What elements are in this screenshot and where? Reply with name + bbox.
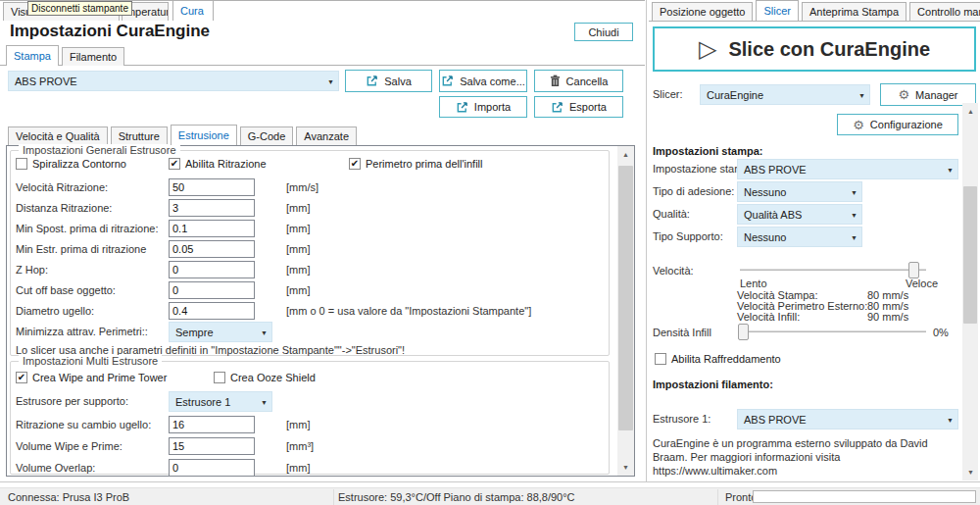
field-unit: [mm] [286,202,310,214]
infill-density-label: Densità Infill [653,327,711,338]
support-type-select[interactable]: Nessuno ▼ [737,227,862,247]
cut-off-object-base-input[interactable] [169,281,255,299]
spiralize-contour-checkbox[interactable]: Spiralizza Contorno [16,158,126,170]
scrollbar-thumb[interactable] [618,166,633,430]
field-unit: [mm] [286,462,310,474]
field-label: Volume Overlap: [16,462,95,474]
enable-retraction-checkbox[interactable]: ✔ Abilita Ritrazione [169,158,267,170]
field-label: Estrusore per supporto: [16,395,128,407]
status-divider [333,489,334,505]
checkbox-label: Spiralizza Contorno [32,158,126,170]
min-travel-before-retraction-input[interactable] [169,220,255,237]
retraction-speed-input[interactable] [169,178,255,196]
chevron-down-icon: ▼ [261,398,268,405]
chevron-down-icon: ▼ [851,188,858,195]
tab-anteprima-stampa[interactable]: Anteprima Stampa [802,2,906,21]
infill-density-slider[interactable] [740,330,926,332]
print-preset-select-right[interactable]: ABS PROVE ▼ [737,159,958,179]
connection-status: Connessa: Prusa I3 ProB [8,491,129,503]
export-button[interactable]: Esporta [534,96,623,118]
tab-filamento[interactable]: Filamento [62,47,124,66]
field-label: Volume Wipe e Prime: [16,440,122,452]
tab-cura[interactable]: Cura [172,0,214,21]
close-button[interactable]: Chiudi [574,23,633,41]
scrollbar-thumb[interactable] [963,186,977,324]
field-unit: [mm/s] [286,181,318,193]
field-label: Estrusore 1: [653,413,710,425]
speed-slider[interactable] [740,269,926,271]
nozzle-swap-retraction-input[interactable] [169,416,255,433]
extruder1-filament-select[interactable]: ABS PROVE ▼ [737,409,958,429]
field-label: Tipo di adesione: [653,185,734,197]
nozzle-diameter-input[interactable] [169,302,255,320]
tab-gcode[interactable]: G-Code [240,126,294,145]
configuration-button[interactable]: ⚙ Configurazione [837,114,958,135]
detail-value: 90 mm/s [867,311,908,323]
slicer-select[interactable]: CuraEngine ▼ [700,84,870,105]
print-preset-select[interactable]: ABS PROVE ▼ [8,71,339,91]
save-as-button[interactable]: Salva come... [439,70,527,92]
temperature-status: Estrusore: 59,3°C/Off Piano di stampa: 8… [338,491,575,503]
scroll-down-icon[interactable]: ▼ [962,464,979,480]
minimize-crossing-perimeters-select[interactable]: Sempre ▼ [169,322,272,342]
field-label: Distanza Ritrazione: [16,202,112,214]
tab-slicer[interactable]: Slicer [756,0,799,21]
tab-velocita-qualita[interactable]: Velocità e Qualità [8,126,108,145]
checkbox-box: ✔ [169,158,180,170]
scroll-up-icon[interactable]: ▲ [617,146,634,163]
speed-min-label: Lento [740,278,767,289]
play-icon: ▷ [699,37,716,61]
detail-label: Velocità Infill: [737,311,800,323]
delete-button[interactable]: Cancella [534,70,623,92]
field-unit: [mm] [286,264,310,276]
quality-select[interactable]: Qualità ABS ▼ [737,204,862,225]
tab-controllo-manuale[interactable]: Controllo manuale [909,2,980,21]
field-label: Ritrazione su cambio ugello: [16,419,151,430]
import-button[interactable]: Importa [439,96,527,118]
import-icon [456,101,468,114]
min-extrusion-before-retraction-input[interactable] [169,240,255,258]
tab-avanzate[interactable]: Avanzate [296,126,357,145]
gear-icon: ⚙ [898,88,909,101]
right-scrollbar[interactable]: ▲ ▼ [962,103,978,480]
progress-bar [753,490,976,503]
adhesion-type-select[interactable]: Nessuno ▼ [737,181,862,202]
repetier-host-window: Visua nperatura Cura Disconnetti stampan… [0,0,980,505]
checkbox-box [655,353,666,365]
tab-strutture[interactable]: Strutture [111,126,168,145]
chevron-down-icon: ▼ [261,328,268,335]
perimeter-before-infill-checkbox[interactable]: ✔ Perimetro prima dell'infill [349,158,482,170]
chevron-down-icon: ▼ [327,77,334,84]
slicer-label: Slicer: [653,88,683,100]
slice-button[interactable]: ▷ Slice con CuraEngine [653,26,976,72]
field-label: Minimizza attrav. Perimetri:: [16,326,148,337]
enable-cooling-checkbox[interactable]: Abilita Raffreddamento [655,353,781,365]
speed-slider-thumb[interactable] [908,262,919,278]
z-hop-input[interactable] [169,261,255,278]
tab-estrusione[interactable]: Estrusione [171,125,237,145]
field-label: Z Hop: [16,264,48,276]
settings-tabs: Velocità e Qualità Strutture Estrusione … [8,125,357,145]
field-label: Diametro ugello: [16,305,94,317]
infill-density-slider-thumb[interactable] [738,324,749,340]
scroll-down-icon[interactable]: ▼ [617,459,634,476]
ooze-shield-checkbox[interactable]: Crea Ooze Shield [214,372,316,383]
volume-overlap-input[interactable] [169,459,255,477]
right-tabs: Posizione oggetto Slicer Anteprima Stamp… [652,0,980,21]
wipe-prime-volume-input[interactable] [169,437,255,455]
settings-scrollbar[interactable]: ▲ ▼ [617,146,634,476]
checkbox-box [16,158,27,170]
group-title: Impostazioni Generali Estrusore [19,144,180,156]
retraction-distance-input[interactable] [169,199,255,217]
chevron-down-icon: ▼ [851,211,858,218]
support-extruder-select[interactable]: Estrusore 1 ▼ [169,391,272,412]
field-label: Min Spost. prima di ritrazione: [16,223,159,234]
save-button[interactable]: Salva [345,70,432,92]
wipe-prime-tower-checkbox[interactable]: ✔ Crea Wipe and Prime Tower [16,372,167,383]
tab-posizione-oggetto[interactable]: Posizione oggetto [652,2,753,21]
tab-stampa[interactable]: Stampa [6,45,59,66]
field-label: Cut off base oggetto: [16,284,116,296]
field-unit: [mm] [286,243,310,255]
chevron-down-icon: ▼ [947,416,954,423]
scroll-up-icon[interactable]: ▲ [962,103,979,120]
